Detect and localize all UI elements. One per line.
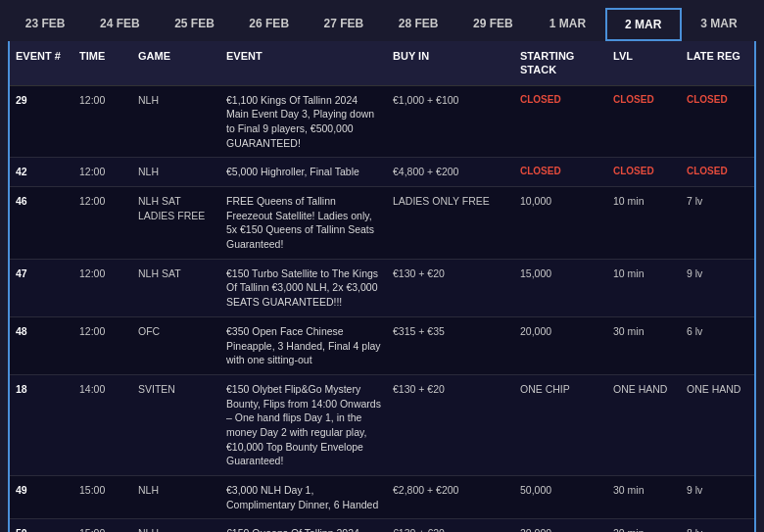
column-header-2: GAME (132, 41, 220, 85)
event-starting-stack: 10,000 (514, 187, 607, 259)
event-time: 12:00 (73, 317, 132, 374)
event-buy-in: LADIES ONLY FREE (387, 187, 514, 259)
event-starting-stack: 15,000 (514, 260, 607, 316)
event-game: NLH (132, 519, 220, 532)
event-description: FREE Queens of Tallinn Freezeout Satelli… (220, 187, 387, 259)
event-late-reg: 9 lv (681, 260, 754, 316)
date-tab-1-mar[interactable]: 1 MAR (530, 8, 604, 41)
event-description: €150 Olybet Flip&Go Mystery Bounty, Flip… (220, 375, 387, 475)
event-description: €5,000 Highroller, Final Table (220, 158, 387, 186)
event-description: €3,000 NLH Day 1, Complimentary Dinner, … (220, 476, 387, 518)
event-starting-stack: 50,000 (514, 476, 607, 518)
event-game: SVITEN (132, 375, 220, 475)
event-lvl: 20 min (607, 519, 681, 532)
event-description: €1,100 Kings Of Tallinn 2024 Main Event … (220, 86, 387, 158)
event-late-reg: 8 lv (681, 519, 754, 532)
event-description: €150 Turbo Satellite to The Kings Of Tal… (220, 260, 387, 316)
column-header-6: LVL (607, 41, 681, 85)
column-header-7: LATE REG (681, 41, 754, 85)
event-game: NLH (132, 476, 220, 518)
event-number: 50 (10, 519, 73, 532)
date-tab-26-feb[interactable]: 26 FEB (232, 8, 307, 41)
event-buy-in: €130 + €20 (387, 260, 514, 316)
event-description: €350 Open Face Chinese Pineapple, 3 Hand… (220, 317, 387, 374)
date-tab-25-feb[interactable]: 25 FEB (157, 8, 231, 41)
event-game: OFC (132, 317, 220, 374)
table-row: 4915:00NLH€3,000 NLH Day 1, Complimentar… (10, 476, 754, 519)
event-time: 14:00 (73, 375, 132, 475)
date-tab-23-feb[interactable]: 23 FEB (8, 8, 82, 41)
column-header-4: BUY IN (387, 41, 514, 85)
event-game: NLH (132, 86, 220, 158)
event-lvl: 30 min (607, 317, 681, 374)
table-row: 1814:00SVITEN€150 Olybet Flip&Go Mystery… (10, 375, 754, 476)
event-buy-in: €1,000 + €100 (387, 86, 514, 158)
event-late-reg: 9 lv (681, 476, 754, 518)
event-buy-in: €2,800 + €200 (387, 476, 514, 518)
table-row: 4812:00OFC€350 Open Face Chinese Pineapp… (10, 317, 754, 375)
event-number: 46 (10, 187, 73, 259)
event-late-reg: 6 lv (681, 317, 754, 374)
date-tabs: 23 FEB24 FEB25 FEB26 FEB27 FEB28 FEB29 F… (8, 8, 756, 41)
column-header-3: EVENT (220, 41, 387, 85)
event-lvl: 10 min (607, 260, 681, 316)
column-header-1: TIME (73, 41, 132, 85)
event-lvl: 30 min (607, 476, 681, 518)
table-row: 4612:00NLH SAT LADIES FREEFREE Queens of… (10, 187, 754, 260)
main-container: 23 FEB24 FEB25 FEB26 FEB27 FEB28 FEB29 F… (0, 0, 764, 532)
date-tab-2-mar[interactable]: 2 MAR (605, 8, 682, 41)
event-number: 42 (10, 158, 73, 186)
table-row: 4712:00NLH SAT€150 Turbo Satellite to Th… (10, 260, 754, 317)
event-starting-stack: 20,000 (514, 317, 607, 374)
event-number: 18 (10, 375, 73, 475)
event-late-reg: 7 lv (681, 187, 754, 259)
table-body: 2912:00NLH€1,100 Kings Of Tallinn 2024 M… (10, 86, 754, 532)
schedule-table: EVENT #TIMEGAMEEVENTBUY INSTARTING STACK… (8, 41, 756, 532)
table-row: 5015:00NLH€150 Queens Of Tallinn 2024 NL… (10, 519, 754, 532)
event-time: 15:00 (73, 476, 132, 518)
event-late-reg: CLOSED (681, 86, 754, 158)
date-tab-3-mar[interactable]: 3 MAR (682, 8, 756, 41)
event-buy-in: €315 + €35 (387, 317, 514, 374)
event-time: 15:00 (73, 519, 132, 532)
table-header: EVENT #TIMEGAMEEVENTBUY INSTARTING STACK… (10, 41, 754, 86)
table-row: 2912:00NLH€1,100 Kings Of Tallinn 2024 M… (10, 86, 754, 159)
date-tab-27-feb[interactable]: 27 FEB (307, 8, 381, 41)
date-tab-29-feb[interactable]: 29 FEB (455, 8, 530, 41)
event-starting-stack: CLOSED (514, 158, 607, 186)
event-number: 48 (10, 317, 73, 374)
event-starting-stack: 20,000 (514, 519, 607, 532)
event-time: 12:00 (73, 158, 132, 186)
event-game: NLH (132, 158, 220, 186)
event-number: 47 (10, 260, 73, 316)
event-late-reg: ONE HAND (681, 375, 754, 475)
event-game: NLH SAT (132, 260, 220, 316)
event-starting-stack: CLOSED (514, 86, 607, 158)
date-tab-28-feb[interactable]: 28 FEB (381, 8, 455, 41)
event-time: 12:00 (73, 86, 132, 158)
column-header-5: STARTING STACK (514, 41, 607, 85)
event-lvl: CLOSED (607, 86, 681, 158)
date-tab-24-feb[interactable]: 24 FEB (82, 8, 157, 41)
event-game: NLH SAT LADIES FREE (132, 187, 220, 259)
event-buy-in: €4,800 + €200 (387, 158, 514, 186)
event-number: 29 (10, 86, 73, 158)
table-row: 4212:00NLH€5,000 Highroller, Final Table… (10, 158, 754, 187)
event-lvl: CLOSED (607, 158, 681, 186)
event-description: €150 Queens Of Tallinn 2024 NLH Mystery … (220, 519, 387, 532)
event-starting-stack: ONE CHIP (514, 375, 607, 475)
event-late-reg: CLOSED (681, 158, 754, 186)
event-lvl: 10 min (607, 187, 681, 259)
event-lvl: ONE HAND (607, 375, 681, 475)
event-buy-in: €130 + €20 (387, 519, 514, 532)
event-number: 49 (10, 476, 73, 518)
column-header-0: EVENT # (10, 41, 73, 85)
event-buy-in: €130 + €20 (387, 375, 514, 475)
event-time: 12:00 (73, 187, 132, 259)
event-time: 12:00 (73, 260, 132, 316)
